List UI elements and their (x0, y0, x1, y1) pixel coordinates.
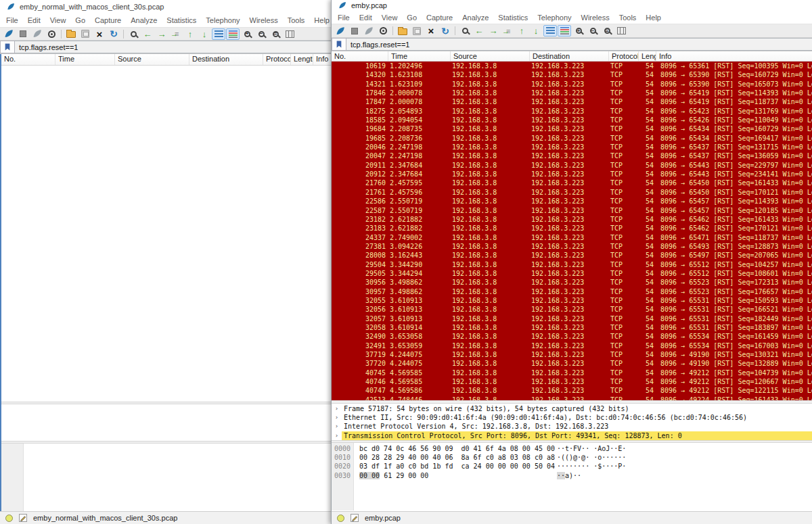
menu-go[interactable]: Go (402, 12, 422, 23)
packet-row[interactable]: 320573.610913192.168.3.8192.168.3.223TCP… (332, 314, 812, 323)
expert-info-icon[interactable] (337, 515, 344, 522)
packet-bytes-pane[interactable]: 0000bc d0 74 0c 46 56 90 09 d0 41 6f 4a … (332, 443, 812, 510)
zoom-reset-icon[interactable]: = (600, 25, 614, 37)
menu-analyze[interactable]: Analyze (457, 12, 493, 23)
first-packet-icon[interactable]: ↑ (515, 25, 528, 37)
packet-row[interactable]: 295043.344290192.168.3.8192.168.3.223TCP… (332, 260, 812, 269)
close-file-icon[interactable]: × (424, 25, 438, 37)
packet-row[interactable]: 425134.748446192.168.3.8192.168.3.223TCP… (332, 396, 812, 400)
column-header-protocol[interactable]: Protocol (263, 54, 291, 65)
packet-row[interactable]: 196842.208735192.168.3.8192.168.3.223TCP… (332, 124, 812, 133)
reload-file-icon[interactable]: ↻ (107, 28, 120, 40)
start-capture-icon[interactable] (334, 25, 347, 37)
save-file-icon[interactable] (78, 28, 92, 40)
menu-go[interactable]: Go (70, 15, 90, 26)
packet-row[interactable]: 231822.621882192.168.3.8192.168.3.223TCP… (332, 215, 812, 224)
packet-row[interactable]: 209122.347684192.168.3.8192.168.3.223TCP… (332, 170, 812, 178)
column-header-no[interactable]: No. (332, 51, 388, 61)
next-packet-icon[interactable]: → (155, 28, 168, 40)
column-header-length[interactable]: Length (291, 54, 313, 65)
open-file-icon[interactable] (64, 28, 78, 40)
menu-help[interactable]: Help (641, 12, 666, 23)
previous-packet-icon[interactable]: ← (141, 28, 154, 40)
hex-row[interactable]: 001000 28 28 29 40 00 40 06 8a 6f c0 a8 … (332, 453, 812, 462)
capture-comment-icon[interactable] (351, 514, 359, 522)
column-header-time[interactable]: Time (55, 54, 115, 65)
expand-chevron-icon[interactable]: › (332, 422, 342, 431)
column-header-info[interactable]: Info (656, 51, 812, 61)
packet-row[interactable]: 217612.457596192.168.3.8192.168.3.223TCP… (332, 188, 812, 197)
packet-row[interactable]: 377204.244075192.168.3.8192.168.3.223TCP… (332, 359, 812, 368)
menu-file[interactable]: File (333, 12, 355, 23)
packet-row[interactable]: 280083.162443192.168.3.8192.168.3.223TCP… (332, 251, 812, 260)
column-header-protocol[interactable]: Protocol (609, 51, 639, 61)
column-header-no[interactable]: No. (1, 54, 55, 65)
menu-edit[interactable]: Edit (355, 12, 377, 23)
restart-capture-icon[interactable] (362, 25, 376, 37)
packet-row[interactable]: 185852.094054192.168.3.8192.168.3.223TCP… (332, 116, 812, 124)
menu-tools[interactable]: Tools (614, 12, 641, 23)
hex-row[interactable]: 003000 00 61 29 00 00··a)·· (332, 471, 812, 480)
colorize-icon[interactable] (226, 28, 240, 40)
menu-view[interactable]: View (45, 15, 71, 26)
previous-packet-icon[interactable]: ← (472, 25, 486, 37)
colorize-icon[interactable] (558, 25, 571, 37)
packet-row[interactable]: 320583.610914192.168.3.8192.168.3.223TCP… (332, 323, 812, 332)
packet-row[interactable]: 243372.749002192.168.3.8192.168.3.223TCP… (332, 233, 812, 242)
packet-row[interactable]: 273813.094226192.168.3.8192.168.3.223TCP… (332, 242, 812, 251)
expert-info-icon[interactable] (5, 515, 13, 522)
packet-row[interactable]: 225862.550719192.168.3.8192.168.3.223TCP… (332, 197, 812, 206)
stop-capture-icon[interactable] (16, 28, 30, 40)
autoscroll-icon[interactable] (212, 28, 225, 40)
packet-row[interactable]: 295053.344294192.168.3.8192.168.3.223TCP… (332, 269, 812, 278)
autoscroll-icon[interactable] (543, 25, 557, 37)
detail-row[interactable]: ›Ethernet II, Src: 90:09:d0:41:6f:4a (90… (332, 413, 812, 422)
packet-row[interactable]: 217602.457595192.168.3.8192.168.3.223TCP… (332, 178, 812, 187)
titlebar[interactable]: emby.pcap (332, 0, 812, 11)
packet-row[interactable]: 407474.569586192.168.3.8192.168.3.223TCP… (332, 386, 812, 395)
packet-row[interactable]: 324913.653059192.168.3.8192.168.3.223TCP… (332, 341, 812, 350)
packet-details-pane[interactable]: ›Frame 57187: 54 bytes on wire (432 bits… (332, 404, 812, 440)
packet-row[interactable]: 407454.569585192.168.3.8192.168.3.223TCP… (332, 368, 812, 377)
packet-row[interactable]: 143201.623108192.168.3.8192.168.3.223TCP… (332, 70, 812, 79)
resize-columns-icon[interactable] (614, 25, 628, 37)
column-header-source[interactable]: Source (115, 54, 189, 65)
packet-row[interactable]: 178462.000078192.168.3.8192.168.3.223TCP… (332, 89, 812, 97)
display-filter-input[interactable]: tcp.flags.reset==1 (346, 38, 812, 51)
column-header-time[interactable]: Time (388, 51, 451, 61)
goto-packet-icon[interactable]: ≡→ (501, 25, 514, 37)
menu-file[interactable]: File (1, 15, 23, 26)
packet-row[interactable]: 106191.202496192.168.3.8192.168.3.223TCP… (332, 62, 812, 70)
restart-capture-icon[interactable] (30, 28, 44, 40)
first-packet-icon[interactable]: ↑ (183, 28, 197, 40)
resize-columns-icon[interactable] (283, 28, 296, 40)
menu-wireless[interactable]: Wireless (577, 12, 614, 23)
menu-analyze[interactable]: Analyze (126, 15, 162, 26)
packet-row[interactable]: 320553.610913192.168.3.8192.168.3.223TCP… (332, 296, 812, 305)
find-packet-icon[interactable] (458, 25, 472, 37)
packet-row[interactable]: 196852.208736192.168.3.8192.168.3.223TCP… (332, 134, 812, 143)
menu-tools[interactable]: Tools (283, 15, 310, 26)
column-header-source[interactable]: Source (451, 51, 530, 61)
packet-row[interactable]: 231832.621882192.168.3.8192.168.3.223TCP… (332, 224, 812, 233)
packet-row[interactable]: 209112.347684192.168.3.8192.168.3.223TCP… (332, 161, 812, 170)
detail-row[interactable]: ›Internet Protocol Version 4, Src: 192.1… (332, 422, 812, 431)
packet-row[interactable]: 143211.623109192.168.3.8192.168.3.223TCP… (332, 80, 812, 89)
packet-row[interactable]: 377194.244075192.168.3.8192.168.3.223TCP… (332, 350, 812, 359)
zoom-in-icon[interactable]: + (572, 25, 585, 37)
packet-row[interactable]: 178472.000078192.168.3.8192.168.3.223TCP… (332, 97, 812, 106)
stop-capture-icon[interactable] (348, 25, 361, 37)
menu-view[interactable]: View (377, 12, 403, 23)
menu-statistics[interactable]: Statistics (493, 12, 533, 23)
packet-row[interactable]: 309563.498862192.168.3.8192.168.3.223TCP… (332, 278, 812, 287)
packet-row[interactable]: 324903.653058192.168.3.8192.168.3.223TCP… (332, 332, 812, 341)
column-header-length[interactable]: Length (639, 51, 656, 61)
packet-row[interactable]: 225872.550719192.168.3.8192.168.3.223TCP… (332, 206, 812, 215)
menu-telephony[interactable]: Telephony (533, 12, 576, 23)
packet-row[interactable]: 200472.247198192.168.3.8192.168.3.223TCP… (332, 151, 812, 160)
column-header-destination[interactable]: Destination (530, 51, 609, 61)
detail-row[interactable]: ›Transmission Control Protocol, Src Port… (332, 431, 812, 440)
open-file-icon[interactable] (396, 25, 409, 37)
detail-row[interactable]: ›Frame 57187: 54 bytes on wire (432 bits… (332, 404, 812, 413)
packet-row[interactable]: 182752.054893192.168.3.8192.168.3.223TCP… (332, 107, 812, 116)
